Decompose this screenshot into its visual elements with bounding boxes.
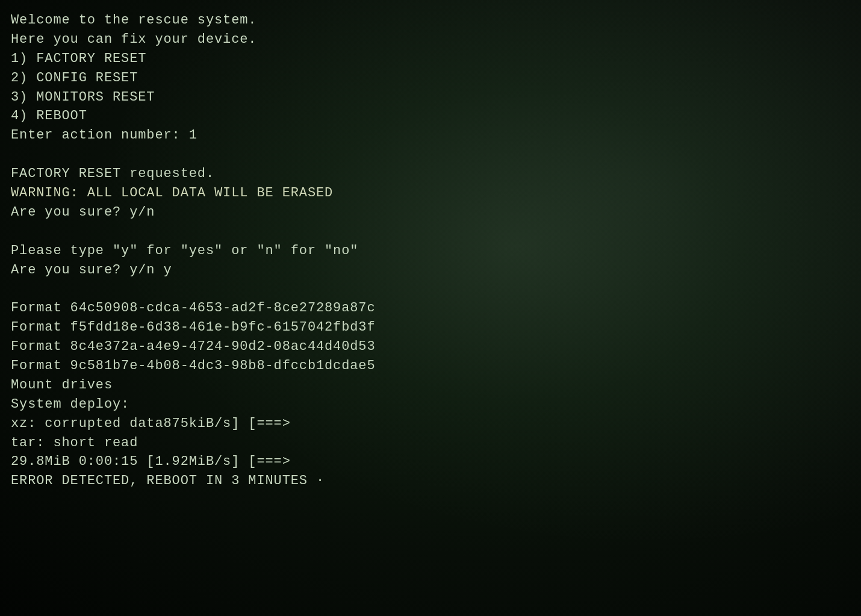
terminal-content: Welcome to the rescue system. Here you c…: [11, 11, 843, 491]
line-progress: 29.8MiB 0:00:15 [1.92MiB/s] [===>: [11, 452, 843, 471]
line-enter: Enter action number: 1: [11, 126, 843, 145]
line-format2: Format f5fdd18e-6d38-461e-b9fc-6157042fb…: [11, 318, 843, 337]
line-format1: Format 64c50908-cdca-4653-ad2f-8ce27289a…: [11, 299, 843, 318]
line-please-type: Please type "y" for "yes" or "n" for "no…: [11, 241, 843, 261]
line-error: ERROR DETECTED, REBOOT IN 3 MINUTES ·: [11, 471, 843, 491]
line-sure1: Are you sure? y/n: [11, 203, 843, 222]
line-here: Here you can fix your device.: [11, 30, 843, 49]
line-blank3: [11, 279, 843, 299]
line-menu2: 2) CONFIG RESET: [11, 69, 843, 88]
line-system-deploy: System deploy:: [11, 395, 843, 414]
line-tar: tar: short read: [11, 434, 843, 453]
line-mount: Mount drives: [11, 376, 843, 395]
line-menu1: 1) FACTORY RESET: [11, 49, 843, 69]
line-format3: Format 8c4e372a-a4e9-4724-90d2-08ac44d40…: [11, 337, 843, 356]
line-menu4: 4) REBOOT: [11, 107, 843, 126]
line-menu3: 3) MONITORS RESET: [11, 88, 843, 107]
line-blank1: [11, 145, 843, 164]
line-warning: WARNING: ALL LOCAL DATA WILL BE ERASED: [11, 184, 843, 203]
line-blank2: [11, 222, 843, 241]
line-sure2: Are you sure? y/n y: [11, 261, 843, 280]
line-xz: xz: corrupted data875kiB/s] [===>: [11, 414, 843, 434]
line-factory-req: FACTORY RESET requested.: [11, 164, 843, 184]
line-welcome: Welcome to the rescue system.: [11, 11, 843, 30]
terminal-screen: Welcome to the rescue system. Here you c…: [0, 0, 861, 616]
line-format4: Format 9c581b7e-4b08-4dc3-98b8-dfccb1dcd…: [11, 356, 843, 376]
